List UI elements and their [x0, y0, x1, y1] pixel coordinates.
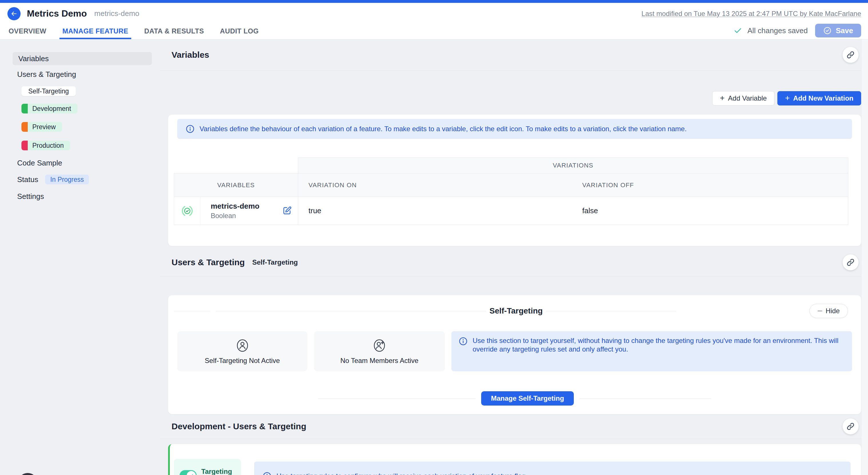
development-section-body: Targeting ON Use targeting rules to conf… [160, 444, 861, 475]
variations-group-header: VARIATIONS [298, 158, 848, 173]
link-icon [846, 422, 855, 431]
variable-type-cell [174, 197, 200, 225]
info-icon [186, 125, 194, 133]
variables-link-button[interactable] [842, 47, 859, 63]
tab-overview[interactable]: OVERVIEW [6, 24, 49, 39]
save-button[interactable]: Save [815, 24, 861, 37]
sidebar-item-env-production[interactable]: Production [22, 140, 70, 150]
app-body: Variables Users & Targeting Self-Targeti… [0, 39, 868, 475]
minus-icon: – [818, 306, 822, 315]
link-icon [846, 51, 855, 59]
sidebar-item-env-preview[interactable]: Preview [22, 122, 62, 132]
development-info-banner: Use targeting rules to configure who wil… [254, 462, 850, 475]
self-targeting-info-banner: Use this section to target yourself, wit… [452, 331, 852, 371]
self-targeting-panel-title: Self-Targeting [490, 306, 542, 316]
hide-button[interactable]: – Hide [809, 304, 848, 318]
divider-line [216, 311, 486, 311]
env-color-bar-development [22, 104, 28, 114]
page-title: Metrics Demo [27, 8, 87, 19]
manage-self-targeting-button[interactable]: Manage Self-Targeting [481, 391, 574, 406]
env-label: Preview [32, 123, 56, 131]
main-content: Variables + Add Variable + Add New Varia… [160, 39, 861, 475]
targeting-status-label: Targeting ON [201, 468, 235, 475]
app-header: Metrics Demo metrics-demo Last modified … [0, 3, 868, 39]
team-members-status-label: No Team Members Active [341, 357, 418, 365]
status-badge[interactable]: In Progress [45, 175, 89, 184]
divider-line [546, 311, 676, 311]
variables-info-text: Variables define the behaviour of each v… [199, 125, 687, 133]
tabs: OVERVIEW MANAGE FEATURE DATA & RESULTS A… [6, 24, 272, 39]
back-button[interactable] [7, 7, 21, 20]
targeting-toggle[interactable] [180, 470, 197, 475]
toggle-knob [187, 471, 196, 475]
self-targeting-status-box: Self-Targeting Not Active [177, 331, 307, 371]
plus-icon: + [720, 94, 724, 102]
divider-line [174, 311, 210, 311]
sidebar-item-code-sample[interactable]: Code Sample [12, 159, 152, 167]
sidebar-status-row: Status In Progress [12, 175, 152, 184]
variables-info-banner: Variables define the behaviour of each v… [177, 119, 852, 139]
self-targeting-section-body: Self-Targeting – Hide Self-Targeting Not… [160, 295, 861, 414]
users-targeting-heading: Users & Targeting [172, 257, 245, 267]
person-add-icon [372, 338, 387, 353]
sidebar-item-users-targeting[interactable]: Users & Targeting [12, 70, 152, 78]
save-check-icon [823, 26, 832, 35]
variation-off-value: false [572, 197, 848, 225]
link-icon [846, 258, 855, 267]
saved-check-icon [734, 26, 742, 35]
scrollbar-track[interactable] [861, 39, 868, 475]
self-targeting-status-row: Self-Targeting Not Active No Team Member… [168, 331, 861, 371]
self-targeting-info-text: Use this section to target yourself, wit… [473, 337, 844, 353]
edit-icon [282, 206, 292, 216]
sidebar: Variables Users & Targeting Self-Targeti… [0, 39, 160, 475]
self-targeting-card: Self-Targeting – Hide Self-Targeting Not… [168, 295, 861, 414]
column-header-variation-off: VARIATION OFF [572, 173, 848, 197]
header-row: Metrics Demo metrics-demo Last modified … [0, 3, 868, 24]
variables-card: Variables define the behaviour of each v… [168, 115, 861, 246]
save-status-text: All changes saved [747, 26, 808, 35]
edit-variable-button[interactable] [282, 206, 292, 216]
info-icon [459, 337, 467, 346]
save-button-label: Save [836, 26, 853, 35]
variables-section-header: Variables [160, 39, 861, 71]
tab-audit-log[interactable]: AUDIT LOG [217, 24, 261, 39]
info-icon [263, 472, 271, 475]
env-label: Production [32, 142, 64, 150]
sidebar-item-self-targeting[interactable]: Self-Targeting [22, 86, 76, 96]
self-targeting-title-row: Self-Targeting – Hide [168, 295, 861, 318]
manage-self-targeting-row: Manage Self-Targeting [168, 391, 861, 406]
last-modified-text[interactable]: Last modified on Tue May 13 2025 at 2:47… [642, 10, 861, 18]
check-icon [189, 473, 194, 475]
column-header-variables: VARIABLES [174, 173, 298, 197]
development-heading: Development - Users & Targeting [172, 421, 306, 431]
development-info-text: Use targeting rules to configure who wil… [276, 472, 527, 475]
variables-heading: Variables [172, 50, 209, 60]
add-new-variation-button[interactable]: + Add New Variation [777, 91, 861, 105]
sidebar-item-settings[interactable]: Settings [12, 192, 152, 200]
team-members-status-box: No Team Members Active [314, 331, 445, 371]
targeting-status-box: Targeting ON [174, 459, 241, 475]
sidebar-status-label[interactable]: Status [12, 176, 38, 184]
top-accent-bar [0, 0, 868, 3]
add-variable-button[interactable]: + Add Variable [712, 91, 775, 105]
sidebar-item-env-development[interactable]: Development [22, 104, 78, 114]
tab-data-results[interactable]: DATA & RESULTS [142, 24, 207, 39]
variables-table: VARIATIONS VARIABLES VARIATION ON VARIAT… [174, 157, 848, 225]
env-color-bar-production [22, 140, 28, 150]
users-targeting-link-button[interactable] [842, 254, 859, 271]
users-targeting-section-header: Users & Targeting Self-Targeting [160, 248, 861, 276]
variation-on-value: true [298, 197, 572, 225]
self-targeting-status-label: Self-Targeting Not Active [205, 357, 280, 365]
development-targeting-card: Targeting ON Use targeting rules to conf… [168, 444, 861, 475]
development-link-button[interactable] [842, 418, 859, 435]
development-section-header: Development - Users & Targeting [160, 414, 861, 439]
feature-key: metrics-demo [94, 9, 139, 18]
env-color-bar-preview [22, 122, 28, 132]
tab-manage-feature[interactable]: MANAGE FEATURE [59, 24, 131, 39]
boolean-variable-icon [181, 204, 194, 218]
sidebar-item-variables[interactable]: Variables [12, 52, 152, 65]
back-arrow-icon [10, 10, 18, 18]
variable-name[interactable]: metrics-demo [211, 202, 259, 211]
users-targeting-subheading: Self-Targeting [252, 258, 298, 266]
variable-type: Boolean [211, 212, 259, 220]
